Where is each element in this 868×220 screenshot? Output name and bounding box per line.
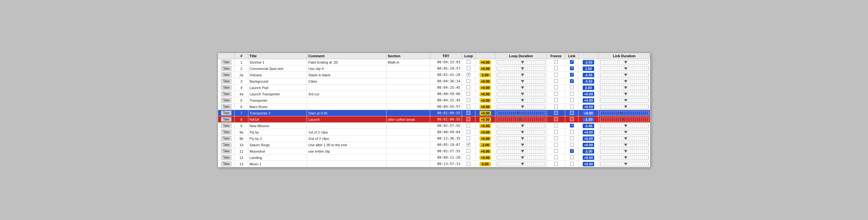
link-checkbox[interactable] [570, 130, 574, 134]
loop-checkbox[interactable] [466, 105, 470, 108]
loop-value-badge[interactable]: +0.00 [479, 98, 491, 103]
link-checkbox[interactable] [570, 98, 574, 102]
loop-value-badge[interactable]: +0.00 [479, 155, 491, 160]
link-checkbox[interactable] [570, 79, 574, 83]
freeze-checkbox[interactable] [554, 98, 558, 102]
loop-duration-slider[interactable] [497, 143, 546, 147]
take-button[interactable]: Take [221, 60, 231, 65]
take-button[interactable]: Take [221, 85, 231, 90]
link-duration-slider[interactable] [600, 92, 649, 96]
loop-duration-slider[interactable] [497, 85, 546, 90]
take-button[interactable]: Take [221, 79, 231, 84]
loop-checkbox[interactable] [466, 73, 470, 77]
link-checkbox[interactable] [570, 92, 574, 96]
loop-checkbox[interactable] [466, 136, 470, 140]
loop-duration-slider[interactable] [497, 67, 546, 71]
take-button[interactable]: Take [221, 155, 231, 160]
freeze-checkbox[interactable] [554, 130, 558, 134]
loop-duration-slider[interactable] [497, 162, 546, 166]
link-checkbox[interactable] [570, 85, 574, 89]
loop-value-badge[interactable]: +0.00 [479, 67, 491, 71]
link-checkbox[interactable] [570, 155, 574, 159]
take-button[interactable]: Take [221, 91, 231, 96]
freeze-checkbox[interactable] [554, 117, 558, 121]
link-duration-slider[interactable] [600, 85, 649, 90]
loop-checkbox[interactable] [466, 111, 470, 115]
loop-value-badge[interactable]: +0.00 [479, 124, 491, 128]
loop-value-badge[interactable]: +0.00 [479, 130, 491, 135]
link-duration-slider[interactable] [600, 105, 649, 109]
link-value-badge[interactable]: +0.00 [583, 98, 594, 103]
loop-duration-slider[interactable] [497, 105, 546, 109]
loop-value-badge[interactable]: +0.00 [479, 117, 491, 122]
link-value-badge[interactable]: -1.50 [583, 117, 594, 122]
freeze-checkbox[interactable] [554, 143, 558, 147]
take-button[interactable]: Take [221, 117, 231, 122]
freeze-checkbox[interactable] [554, 92, 558, 96]
link-value-badge[interactable]: +0.00 [583, 155, 594, 160]
link-checkbox[interactable] [570, 162, 574, 166]
link-checkbox[interactable] [570, 73, 574, 77]
freeze-checkbox[interactable] [554, 162, 558, 166]
loop-checkbox[interactable] [466, 92, 470, 96]
loop-checkbox[interactable] [466, 149, 470, 153]
freeze-checkbox[interactable] [554, 73, 558, 77]
loop-checkbox[interactable] [466, 130, 470, 134]
loop-value-badge[interactable]: +0.00 [479, 92, 491, 96]
loop-duration-slider[interactable] [497, 111, 546, 115]
loop-checkbox[interactable] [466, 79, 470, 83]
link-duration-slider[interactable] [600, 124, 649, 128]
freeze-checkbox[interactable] [554, 124, 558, 127]
loop-duration-slider[interactable] [497, 149, 546, 153]
link-value-badge[interactable]: +0.00 [583, 162, 594, 166]
loop-value-badge[interactable]: +0.00 [479, 111, 491, 115]
link-checkbox[interactable] [570, 67, 574, 70]
link-duration-slider[interactable] [600, 117, 649, 122]
link-checkbox[interactable] [570, 117, 574, 121]
take-button[interactable]: Take [221, 142, 231, 147]
take-button[interactable]: Take [221, 66, 231, 71]
loop-value-badge[interactable]: +0.00 [479, 105, 491, 109]
link-checkbox[interactable] [570, 105, 574, 108]
freeze-checkbox[interactable] [554, 105, 558, 108]
take-button[interactable]: Take [221, 123, 231, 128]
loop-duration-slider[interactable] [497, 98, 546, 103]
take-button[interactable]: Take [221, 149, 231, 153]
loop-duration-slider[interactable] [497, 155, 546, 160]
loop-value-badge[interactable]: +0.00 [479, 79, 491, 84]
loop-value-badge[interactable]: +0.00 [479, 85, 491, 90]
link-checkbox[interactable] [570, 136, 574, 140]
link-duration-slider[interactable] [600, 149, 649, 153]
freeze-checkbox[interactable] [554, 155, 558, 159]
loop-duration-slider[interactable] [497, 60, 546, 65]
loop-checkbox[interactable] [466, 67, 470, 70]
loop-checkbox[interactable] [466, 162, 470, 166]
loop-checkbox[interactable] [466, 124, 470, 127]
loop-value-badge[interactable]: +0.00 [479, 149, 491, 153]
take-button[interactable]: Take [221, 72, 231, 77]
link-checkbox[interactable] [570, 143, 574, 147]
take-button[interactable]: Take [221, 136, 231, 141]
freeze-checkbox[interactable] [554, 85, 558, 89]
link-duration-slider[interactable] [600, 60, 649, 65]
loop-checkbox[interactable] [466, 143, 470, 147]
link-value-badge[interactable]: 1.00 [583, 67, 594, 71]
loop-value-badge[interactable]: +0.00 [479, 136, 491, 141]
loop-duration-slider[interactable] [497, 79, 546, 84]
take-button[interactable]: Take [221, 161, 231, 166]
loop-value-badge[interactable]: -2.00 [479, 143, 491, 147]
link-checkbox[interactable] [570, 124, 574, 127]
link-duration-slider[interactable] [600, 67, 649, 71]
loop-duration-slider[interactable] [497, 92, 546, 96]
link-duration-slider[interactable] [600, 73, 649, 77]
link-duration-slider[interactable] [600, 162, 649, 166]
link-value-badge[interactable]: -0.50 [583, 79, 594, 84]
link-duration-slider[interactable] [600, 143, 649, 147]
freeze-checkbox[interactable] [554, 67, 558, 70]
link-duration-slider[interactable] [600, 79, 649, 84]
link-duration-slider[interactable] [600, 130, 649, 135]
link-value-badge[interactable]: -2.00 [583, 149, 594, 153]
loop-duration-slider[interactable] [497, 73, 546, 77]
loop-value-badge[interactable]: +0.00 [479, 60, 491, 65]
link-checkbox[interactable] [570, 111, 574, 115]
